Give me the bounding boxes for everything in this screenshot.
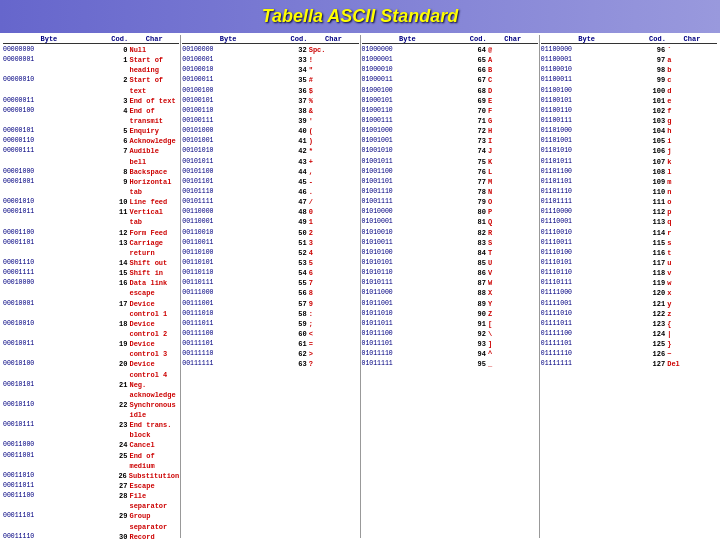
table-row: 0100001066B <box>362 65 538 75</box>
cell-char: r <box>667 228 717 238</box>
col-char-header: Char <box>488 35 538 43</box>
table-row: 0001011022Synchronous idle <box>3 400 179 420</box>
cell-cod: 9 <box>94 177 129 197</box>
cell-cod: 87 <box>453 278 488 288</box>
cell-char: Form Feed <box>129 228 179 238</box>
cell-byte: 01110000 <box>541 207 632 217</box>
table-row: 0010010137% <box>182 96 358 106</box>
cell-byte: 00101110 <box>182 187 273 197</box>
cell-byte: 00101101 <box>182 177 273 187</box>
cell-cod: 12 <box>94 228 129 238</box>
table-row: 0001001018Device control 2 <box>3 319 179 339</box>
cell-char: | <box>667 329 717 339</box>
cell-byte: 00100100 <box>182 86 273 96</box>
cell-byte: 00110010 <box>182 228 273 238</box>
table-row: 0101000080P <box>362 207 538 217</box>
cell-char: Escape <box>129 481 179 491</box>
cell-byte: 01000110 <box>362 106 453 116</box>
cell-cod: 73 <box>453 136 488 146</box>
cell-cod: 54 <box>274 268 309 278</box>
cell-byte: 01111010 <box>541 309 632 319</box>
table-row: 0101110193] <box>362 339 538 349</box>
section-0: ByteCod.Char000000000Null000000011Start … <box>2 35 181 538</box>
cell-char: a <box>667 55 717 65</box>
cell-cod: 44 <box>274 167 309 177</box>
cell-byte: 01101011 <box>541 157 632 167</box>
cell-cod: 62 <box>274 349 309 359</box>
cell-byte: 01010011 <box>362 238 453 248</box>
cell-char: 7 <box>309 278 359 288</box>
cell-byte: 00010010 <box>3 319 94 339</box>
cell-cod: 51 <box>274 238 309 248</box>
cell-cod: 111 <box>632 197 667 207</box>
cell-byte: 00001100 <box>3 228 94 238</box>
col-byte-header: Byte <box>182 35 274 43</box>
cell-cod: 57 <box>274 299 309 309</box>
cell-char: 9 <box>309 299 359 309</box>
table-row: 0100001167C <box>362 75 538 85</box>
cell-byte: 01010000 <box>362 207 453 217</box>
cell-char: N <box>488 187 538 197</box>
cell-byte: 01100111 <box>541 116 632 126</box>
table-row: 00110100524 <box>182 248 358 258</box>
cell-cod: 78 <box>453 187 488 197</box>
cell-byte: 01011110 <box>362 349 453 359</box>
cell-byte: 01110111 <box>541 278 632 288</box>
table-row: 01110001113q <box>541 217 717 227</box>
cell-cod: 26 <box>94 471 129 481</box>
col-cod-header: Cod. <box>274 35 308 43</box>
cell-byte: 01001101 <box>362 177 453 187</box>
cell-byte: 00101000 <box>182 126 273 136</box>
table-row: 01100101101e <box>541 96 717 106</box>
table-row: 0100100173I <box>362 136 538 146</box>
cell-char: E <box>488 96 538 106</box>
cell-byte: 01110110 <box>541 268 632 278</box>
table-row: 0011101058: <box>182 309 358 319</box>
cell-char: - <box>309 177 359 187</box>
cell-char: Backspace <box>129 167 179 177</box>
cell-char: . <box>309 187 359 197</box>
cell-cod: 105 <box>632 136 667 146</box>
cell-char: File separator <box>129 491 179 511</box>
table-row: 0101110092\ <box>362 329 538 339</box>
cell-byte: 00100111 <box>182 116 273 126</box>
table-row: 0101100088X <box>362 288 538 298</box>
cell-byte: 00110110 <box>182 268 273 278</box>
cell-byte: 01110010 <box>541 228 632 238</box>
cell-cod: 81 <box>453 217 488 227</box>
cell-byte: 01101001 <box>541 136 632 146</box>
table-row: 01101101109m <box>541 177 717 187</box>
cell-char: + <box>309 157 359 167</box>
cell-byte: 00100010 <box>182 65 273 75</box>
table-row: 0001010020Device control 4 <box>3 359 179 379</box>
cell-byte: 00010111 <box>3 420 94 440</box>
table-row: 01101100108l <box>541 167 717 177</box>
section-2: ByteCod.Char0100000064@0100000165A010000… <box>361 35 540 538</box>
table-row: 01101110110n <box>541 187 717 197</box>
table-row: 000000011Start of heading <box>3 55 179 75</box>
content-area: ByteCod.Char000000000Null000000011Start … <box>0 33 720 540</box>
cell-char: L <box>488 167 538 177</box>
table-row: 0100111078N <box>362 187 538 197</box>
cell-byte: 00111110 <box>182 349 273 359</box>
cell-char: Device control 3 <box>129 339 179 359</box>
cell-cod: 70 <box>453 106 488 116</box>
cell-byte: 00010110 <box>3 400 94 420</box>
cell-char: K <box>488 157 538 167</box>
cell-byte: 01101010 <box>541 146 632 156</box>
table-row: 0101011187W <box>362 278 538 288</box>
cell-byte: 00110000 <box>182 207 273 217</box>
cell-char: @ <box>488 45 538 55</box>
cell-char: G <box>488 116 538 126</box>
cell-char: I <box>488 136 538 146</box>
cell-char: Device control 1 <box>129 299 179 319</box>
cell-cod: 7 <box>94 146 129 166</box>
cell-cod: 52 <box>274 248 309 258</box>
cell-byte: 00001001 <box>3 177 94 197</box>
cell-char: Record Separator <box>129 532 179 540</box>
cell-byte: 00101100 <box>182 167 273 177</box>
cell-byte: 01011100 <box>362 329 453 339</box>
cell-byte: 01111100 <box>541 329 632 339</box>
cell-cod: 121 <box>632 299 667 309</box>
cell-byte: 00111101 <box>182 339 273 349</box>
